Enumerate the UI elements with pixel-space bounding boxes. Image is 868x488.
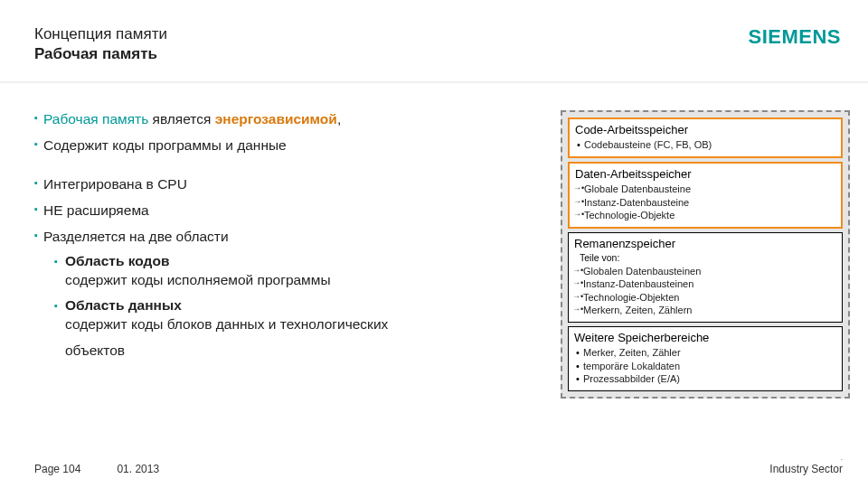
sub-1: Область кодов содержит коды исполняемой …: [43, 252, 552, 290]
box3-title: Remanenzspeicher: [574, 237, 836, 250]
box4-title: Weitere Speicherbereiche: [574, 331, 836, 344]
bullet-5: Разделяется на две области Область кодов…: [34, 228, 552, 361]
dot-icon: .: [841, 454, 843, 462]
titles: Концепция памяти Рабочая память: [34, 25, 167, 63]
page-number: Page 104: [34, 463, 80, 475]
memory-diagram: Code-Arbeitsspeicher Codebausteine (FC, …: [561, 110, 850, 399]
box3-i2: Technologie-Objekten: [574, 291, 836, 304]
b1-em: энергозависимой: [215, 111, 337, 127]
box3-i1: Instanz-Datenbausteinen: [574, 277, 836, 290]
sub-2: Область данных содержит коды блоков данн…: [43, 296, 552, 334]
siemens-logo: SIEMENS: [748, 25, 841, 49]
footer-sector: . Industry Sector: [769, 450, 843, 475]
bullet-list: Рабочая память является энергозависимой,…: [34, 110, 561, 399]
b1-post: ,: [337, 111, 341, 127]
supertitle: Концепция памяти: [34, 25, 167, 43]
header: Концепция памяти Рабочая память SIEMENS: [0, 0, 868, 80]
b1-pre: Рабочая память: [43, 111, 148, 127]
s1-desc: содержит коды исполняемой программы: [65, 272, 331, 287]
box2-i0: Globale Datenbausteine: [575, 183, 835, 195]
box-weitere-speicherbereiche: Weitere Speicherbereiche Merker, Zeiten,…: [568, 326, 843, 391]
s2-desc: содержит коды блоков данных и технологич…: [65, 316, 388, 332]
box1-i0: Codebausteine (FC, FB, OB): [575, 138, 835, 151]
sector-text: Industry Sector: [769, 463, 843, 475]
box4-i2: Prozessabbilder (E/A): [574, 372, 836, 385]
s1-title: Область кодов: [65, 253, 169, 268]
box-code-arbeitsspeicher: Code-Arbeitsspeicher Codebausteine (FC, …: [568, 117, 843, 158]
bullet-2: Содержит коды программы и данные: [34, 136, 552, 155]
box1-title: Code-Arbeitsspeicher: [575, 123, 835, 136]
box-daten-arbeitsspeicher: Daten-Arbeitsspeicher Globale Datenbaust…: [568, 162, 843, 229]
box2-i2: Technologie-Objekte: [575, 209, 835, 221]
s2-title: Область данных: [65, 297, 182, 313]
bullet-1: Рабочая память является энергозависимой,: [34, 110, 552, 129]
footer: Page 104 01. 2013 . Industry Sector: [34, 450, 843, 475]
box2-i1: Instanz-Datenbausteine: [575, 196, 835, 209]
b5-text: Разделяется на две области: [43, 229, 229, 244]
diagram-panel: Code-Arbeitsspeicher Codebausteine (FC, …: [561, 110, 850, 399]
box4-i0: Merker, Zeiten, Zähler: [574, 346, 836, 359]
box3-sub: Teile von:: [580, 252, 836, 263]
b1-mid: является: [148, 111, 215, 127]
page-title: Рабочая память: [34, 45, 167, 63]
s2-desc2: объектов: [43, 342, 552, 361]
box2-title: Daten-Arbeitsspeicher: [575, 167, 835, 181]
footer-date: 01. 2013: [117, 463, 159, 475]
box3-i0: Globalen Datenbausteinen: [574, 265, 836, 277]
bullet-3: Интегрирована в CPU: [34, 175, 552, 194]
box4-i1: temporäre Lokaldaten: [574, 360, 836, 372]
content: Рабочая память является энергозависимой,…: [0, 83, 868, 399]
box-remanenzspeicher: Remanenzspeicher Teile von: Globalen Dat…: [568, 232, 843, 323]
bullet-4: НЕ расширяема: [34, 202, 552, 221]
box3-i3: Merkern, Zeiten, Zählern: [574, 304, 836, 316]
